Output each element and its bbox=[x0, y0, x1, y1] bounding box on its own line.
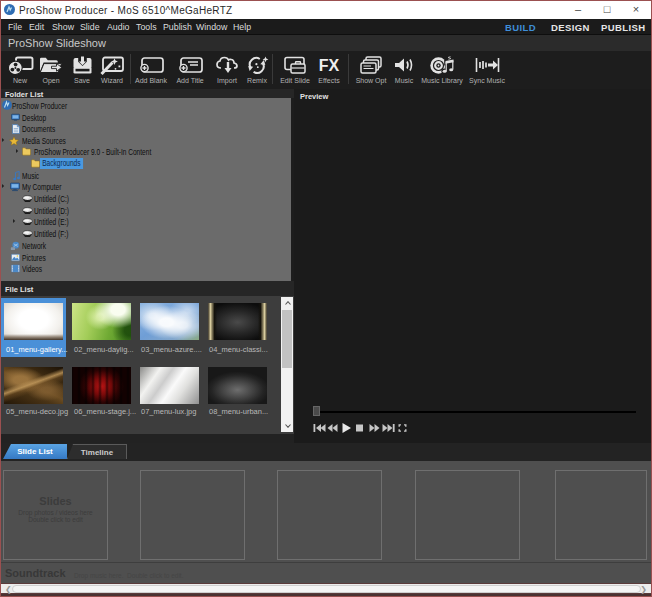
svg-text:FX: FX bbox=[319, 57, 340, 74]
